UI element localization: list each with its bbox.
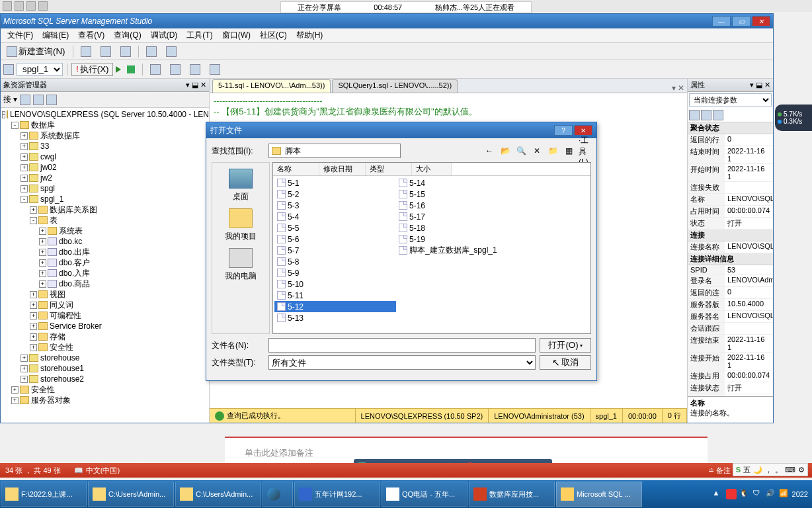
databases-node[interactable]: 数据库 (31, 120, 55, 131)
table-node[interactable]: dbo.入库 (59, 268, 90, 279)
keyboard-icon[interactable]: ⌨ (785, 466, 795, 474)
qat-undo-icon[interactable] (15, 1, 24, 11)
server-node[interactable]: LENOVO\SQLEXPRESS (SQL Server 10.50.4000… (10, 110, 209, 119)
tab-close-icon[interactable]: ▾ ✕ (672, 83, 684, 93)
up-icon[interactable]: 📂 (499, 144, 512, 157)
tray-shield-icon[interactable]: 🛡 (752, 489, 763, 499)
task-item-ssms[interactable]: Microsoft SQL ... (556, 482, 642, 507)
language-label[interactable]: 中文(中国) (86, 466, 120, 476)
place-desktop[interactable]: 桌面 (212, 165, 269, 205)
tray-network-icon[interactable]: 📶 (779, 489, 790, 499)
prop-category[interactable]: 连接详细信息 (688, 253, 773, 265)
play-icon[interactable] (116, 66, 121, 73)
tray-flame-icon[interactable] (726, 489, 737, 499)
tb-save-button[interactable] (97, 45, 114, 58)
expand-icon[interactable]: + (30, 291, 37, 298)
table-node[interactable]: dbo.出库 (59, 247, 90, 258)
expand-icon[interactable]: + (30, 312, 37, 319)
table-node[interactable]: dbo.kc (59, 237, 82, 246)
table-node[interactable]: dbo.客户 (59, 257, 90, 269)
file-item[interactable]: 5-13 (274, 312, 396, 323)
properties-grid[interactable]: 聚合状态 返回的行0 结束时间2022-11-16 1 开始时间2022-11-… (688, 122, 773, 396)
filename-input[interactable] (268, 338, 536, 353)
file-item[interactable]: 5-4 (274, 211, 396, 222)
expand-icon[interactable]: + (30, 333, 37, 341)
views-icon[interactable]: ▦ (562, 144, 575, 157)
file-list-area[interactable]: 名称 修改日期 类型 大小 5-15-25-35-45-55-65-75-85-… (272, 162, 591, 334)
database-combo[interactable]: spgl_1 (17, 63, 63, 76)
programmability-node[interactable]: 可编程性 (50, 310, 81, 321)
dialog-close-button[interactable]: ✕ (574, 125, 592, 136)
execute-button[interactable]: ! 执行(X) (71, 63, 113, 76)
filter-icon[interactable] (33, 95, 44, 105)
diagrams-node[interactable]: 数据库关系图 (50, 204, 97, 216)
prop-category[interactable]: 连接 (688, 230, 773, 241)
file-item[interactable]: 5-3 (274, 200, 396, 211)
db-node[interactable]: 33 (40, 142, 49, 151)
expand-icon[interactable]: + (20, 185, 28, 192)
db-node[interactable]: storehouse (40, 353, 79, 362)
tab-active[interactable]: 5-11.sql - LENOVO\...\Adm...53)) (212, 79, 331, 93)
categorize-icon[interactable] (689, 110, 700, 120)
file-item[interactable]: 5-10 (274, 278, 396, 290)
tables-node[interactable]: 表 (50, 215, 58, 226)
place-computer[interactable]: 我的电脑 (212, 245, 269, 284)
stop-button[interactable] (124, 63, 138, 76)
filetype-combo[interactable]: 所有文件 (268, 355, 536, 370)
file-item[interactable]: 5-14 (396, 177, 518, 189)
service-broker-node[interactable]: Service Broker (50, 321, 102, 331)
db-node[interactable]: jw2 (40, 173, 52, 183)
expand-icon[interactable]: + (39, 270, 46, 277)
tb-save-all-button[interactable] (117, 45, 134, 58)
half-moon-icon[interactable]: 🌙 (753, 466, 762, 474)
expand-icon[interactable]: + (20, 153, 28, 161)
file-item[interactable]: 5-18 (396, 222, 518, 233)
expand-icon[interactable]: + (30, 344, 37, 351)
menu-debug[interactable]: 调试(D) (147, 28, 182, 42)
tray-qq-icon[interactable]: 🐧 (739, 489, 750, 499)
synonyms-node[interactable]: 同义词 (50, 300, 73, 311)
file-list-header[interactable]: 名称 修改日期 类型 大小 (273, 163, 590, 176)
pin-icon[interactable]: ▾ ⬓ ✕ (750, 81, 770, 89)
expand-icon[interactable]: - (20, 196, 28, 203)
file-item[interactable]: 5-5 (274, 222, 396, 233)
expand-icon[interactable]: + (20, 355, 28, 362)
qat-start-icon[interactable] (38, 1, 48, 11)
db-node-spgl1[interactable]: spgl_1 (40, 194, 63, 204)
expand-icon[interactable]: + (20, 143, 28, 150)
tray-volume-icon[interactable]: 🔊 (766, 489, 776, 499)
file-item[interactable]: 5-12 (274, 301, 396, 312)
expand-icon[interactable]: + (11, 386, 19, 394)
spellcheck-icon[interactable]: 📖 (74, 466, 83, 475)
open-button[interactable]: 打开(O)▾ (540, 338, 591, 353)
cancel-button[interactable]: ↖取消 (540, 355, 591, 370)
file-item[interactable]: 5-6 (274, 233, 396, 245)
task-item[interactable]: 数据库应用技... (469, 482, 555, 507)
file-item[interactable]: 5-19 (396, 233, 518, 245)
properties-combo[interactable]: 当前连接参数 (689, 93, 772, 106)
expand-icon[interactable]: + (39, 238, 46, 245)
ime-mode[interactable]: 五 (743, 465, 751, 475)
task-item-wps[interactable] (263, 482, 293, 507)
menu-tools[interactable]: 工具(T) (183, 28, 216, 42)
tb-registered-button[interactable] (163, 45, 180, 58)
parse-button[interactable] (147, 63, 164, 76)
security-node[interactable]: 安全性 (31, 384, 55, 396)
expand-icon[interactable]: + (11, 397, 19, 404)
delete-icon[interactable]: ✕ (530, 144, 544, 157)
close-button[interactable]: ✕ (752, 16, 770, 26)
db-node[interactable]: spgl (40, 184, 55, 193)
new-query-button[interactable]: 新建查询(N) (3, 45, 69, 58)
notes-button[interactable]: ≐ 备注 (708, 466, 731, 476)
table-node[interactable]: dbo.商品 (59, 278, 90, 290)
expand-icon[interactable]: + (20, 164, 28, 171)
col-name[interactable]: 名称 (273, 163, 319, 175)
tb-options-button[interactable] (186, 63, 204, 76)
expand-icon[interactable]: + (39, 259, 46, 267)
file-list[interactable]: 5-15-25-35-45-55-65-75-85-95-105-115-125… (273, 176, 590, 333)
task-item[interactable]: F:\2022.9上课... (1, 482, 87, 507)
sys-db-node[interactable]: 系统数据库 (40, 130, 80, 142)
qat-redo-icon[interactable] (26, 1, 36, 11)
expand-icon[interactable]: + (39, 228, 46, 235)
storage-node[interactable]: 存储 (50, 331, 65, 343)
